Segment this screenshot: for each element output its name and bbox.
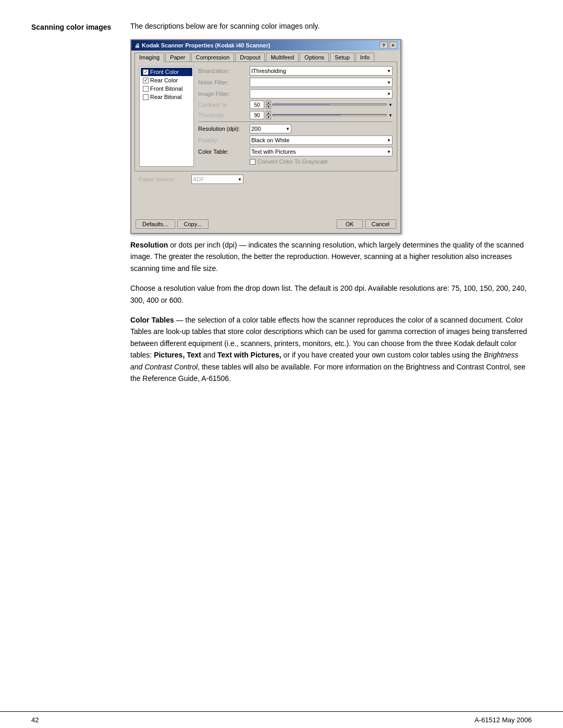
polarity-select[interactable]: Black on White ▼: [250, 135, 393, 145]
image-filter-label: Image Filter:: [198, 91, 248, 97]
polarity-row: Polarity: Black on White ▼: [198, 135, 393, 145]
tab-multifeed[interactable]: Multifeed: [266, 53, 299, 61]
contrast-spinner[interactable]: ▲ ▼: [266, 101, 271, 109]
footer-right-buttons: OK Cancel: [337, 219, 396, 229]
binarization-label: Binarization:: [198, 68, 248, 74]
noise-filter-row: Noise Filter: ▼: [198, 78, 393, 87]
threshold-slider[interactable]: [273, 114, 387, 116]
contrast-row: Contrast %: 50 ▲ ▼: [198, 101, 393, 109]
paper-source-arrow: ▼: [238, 177, 242, 182]
threshold-row: Threshold: 90 ▲ ▼: [198, 111, 393, 119]
paper-source-label: Paper Source:: [139, 176, 188, 182]
color-table-row: Color Table: Text with Pictures ▼: [198, 147, 393, 156]
resolution-label: Resolution (dpi):: [198, 126, 248, 132]
paragraph-resolution-choice: Choose a resolution value from the drop …: [130, 282, 532, 306]
page-footer: 42 A-61512 May 2006: [0, 711, 563, 728]
polarity-arrow: ▼: [387, 138, 391, 143]
contrast-down[interactable]: ▼: [266, 105, 271, 109]
convert-color-checkbox[interactable]: [250, 159, 255, 165]
footer-page-number: 42: [31, 716, 39, 724]
paper-source-value: ADF: [193, 176, 204, 182]
rear-bitonal-label: Rear Bitonal: [150, 94, 182, 100]
binarization-arrow: ▼: [387, 69, 391, 73]
dialog-title: Kodak Scanner Properties (Kodak i40 Scan…: [142, 42, 270, 48]
section-title: Scanning color images: [31, 21, 115, 392]
cancel-button[interactable]: Cancel: [365, 219, 396, 229]
front-color-label: Front Color: [150, 69, 179, 75]
intro-text: The descriptions below are for scanning …: [130, 21, 532, 32]
threshold-value: 90: [250, 111, 264, 119]
polarity-label: Polarity:: [198, 137, 248, 143]
image-filter-select[interactable]: ▼: [250, 89, 393, 98]
contrast-value: 50: [250, 101, 264, 109]
list-item-rear-color[interactable]: ✓ Rear Color: [141, 76, 192, 84]
paragraph-color-tables: Color Tables — the selection of a color …: [130, 314, 532, 384]
tab-paper[interactable]: Paper: [165, 53, 190, 61]
footer-left-buttons: Defaults... Copy...: [136, 219, 209, 229]
paper-source-select[interactable]: ADF ▼: [191, 175, 243, 184]
polarity-value: Black on White: [251, 137, 289, 143]
color-table-value: Text with Pictures: [251, 149, 296, 155]
contrast-up[interactable]: ▲: [266, 101, 271, 105]
list-item-rear-bitonal[interactable]: Rear Bitonal: [141, 93, 192, 101]
paragraph-resolution: Resolution or dots per inch (dpi) — indi…: [130, 239, 532, 274]
dialog-footer: Defaults... Copy... OK Cancel: [131, 217, 400, 233]
ok-button[interactable]: OK: [337, 219, 363, 229]
tab-dropout[interactable]: Dropout: [235, 53, 265, 61]
tab-info[interactable]: Info: [356, 53, 374, 61]
footer-reference: A-61512 May 2006: [474, 716, 532, 724]
threshold-up[interactable]: ▲: [266, 111, 271, 115]
threshold-label: Threshold:: [198, 112, 248, 118]
close-button[interactable]: ×: [389, 42, 397, 49]
contrast-dropdown[interactable]: ▼: [388, 103, 393, 107]
noise-filter-label: Noise Filter:: [198, 79, 248, 85]
threshold-spinner[interactable]: ▲ ▼: [266, 111, 271, 119]
dialog-icon: 🖨: [134, 43, 140, 48]
color-table-label: Color Table:: [198, 149, 248, 155]
dialog-window: 🖨 Kodak Scanner Properties (Kodak i40 Sc…: [130, 39, 401, 234]
resolution-select[interactable]: 200 ▼: [250, 124, 291, 133]
convert-color-row: Convert Color To Grayscale: [198, 158, 393, 165]
threshold-dropdown[interactable]: ▼: [388, 113, 393, 118]
contrast-label: Contrast %:: [198, 102, 248, 108]
noise-filter-select[interactable]: ▼: [250, 78, 393, 87]
tab-imaging[interactable]: Imaging: [134, 53, 164, 62]
contrast-slider[interactable]: [273, 104, 387, 106]
checkbox-rear-bitonal[interactable]: [143, 94, 149, 100]
tab-options[interactable]: Options: [300, 53, 329, 61]
right-panel: Binarization: IThresholding ▼ Noise Filt…: [198, 66, 393, 167]
tab-setup[interactable]: Setup: [330, 53, 354, 61]
copy-button[interactable]: Copy...: [177, 219, 209, 229]
resolution-row: Resolution (dpi): 200 ▼: [198, 124, 393, 133]
image-filter-arrow: ▼: [387, 92, 391, 96]
binarization-row: Binarization: IThresholding ▼: [198, 66, 393, 76]
color-table-select[interactable]: Text with Pictures ▼: [250, 147, 393, 156]
color-table-arrow: ▼: [387, 150, 391, 154]
binarization-select[interactable]: IThresholding ▼: [250, 66, 393, 76]
checkbox-front-color[interactable]: ✓: [143, 69, 149, 75]
noise-filter-arrow: ▼: [387, 80, 391, 85]
paper-source-section: Paper Source: ADF ▼: [131, 175, 400, 186]
convert-color-label: Convert Color To Grayscale: [258, 158, 328, 165]
front-bitonal-label: Front Bitonal: [150, 85, 182, 92]
binarization-value: IThresholding: [251, 68, 286, 74]
defaults-button[interactable]: Defaults...: [136, 219, 175, 229]
image-filter-row: Image Filter: ▼: [198, 89, 393, 98]
checkbox-rear-color[interactable]: ✓: [143, 78, 149, 83]
dialog-tabs: Imaging Paper Compression Dropout Multif…: [131, 51, 400, 61]
left-panel: ✓ Front Color ✓ Rear Color Front Bitonal: [139, 66, 194, 167]
dialog-body: ✓ Front Color ✓ Rear Color Front Bitonal: [134, 61, 397, 171]
tab-compression[interactable]: Compression: [191, 53, 235, 61]
list-item-front-color[interactable]: ✓ Front Color: [141, 68, 192, 76]
rear-color-label: Rear Color: [150, 77, 178, 83]
list-item-front-bitonal[interactable]: Front Bitonal: [141, 84, 192, 93]
help-button[interactable]: ?: [380, 42, 388, 49]
checkbox-front-bitonal[interactable]: [143, 86, 149, 92]
resolution-arrow: ▼: [286, 127, 290, 131]
dialog-titlebar: 🖨 Kodak Scanner Properties (Kodak i40 Sc…: [131, 40, 400, 51]
resolution-value: 200: [251, 126, 261, 132]
threshold-down[interactable]: ▼: [266, 115, 271, 119]
dialog-spacer: [131, 186, 400, 217]
